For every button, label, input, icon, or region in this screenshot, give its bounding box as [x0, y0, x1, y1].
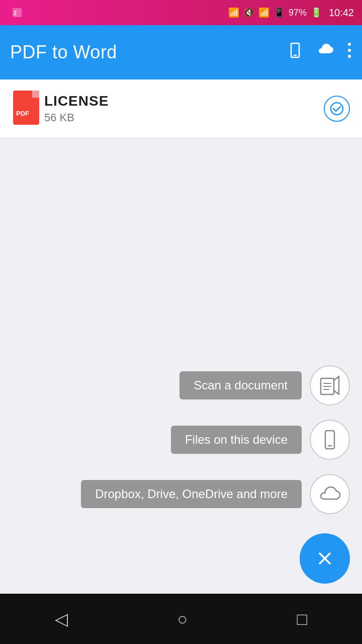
svg-text:PDF: PDF — [16, 110, 29, 117]
home-button[interactable]: ○ — [177, 609, 188, 629]
app-title: PDF to Word — [10, 42, 287, 63]
status-bar: Z 📶 🔇 📶 📱 97% 🔋 10:42 — [0, 0, 362, 25]
file-item[interactable]: PDF LICENSE 56 KB — [0, 79, 362, 138]
wifi-icon: 📶 — [258, 7, 269, 18]
device-files-label[interactable]: Files on this device — [171, 426, 302, 454]
more-options-icon[interactable] — [347, 42, 352, 63]
app-bar-actions — [287, 42, 352, 63]
svg-point-5 — [348, 49, 351, 52]
sim-icon: 📱 — [274, 7, 285, 18]
device-files-fab-button[interactable] — [310, 420, 350, 460]
file-check-button[interactable] — [324, 96, 350, 122]
bluetooth-icon: 📶 — [228, 7, 239, 18]
svg-rect-8 — [32, 91, 39, 98]
scan-fab-button[interactable] — [310, 365, 350, 406]
svg-point-4 — [348, 43, 351, 46]
battery-percent: 97% — [289, 8, 307, 18]
device-files-action-row: Files on this device — [171, 420, 350, 460]
app-bar: PDF to Word — [0, 25, 362, 79]
scan-action-row: Scan a document — [179, 365, 350, 406]
cloud-services-fab-button[interactable] — [310, 474, 350, 514]
back-button[interactable]: ◁ — [55, 609, 68, 629]
close-fab-button[interactable] — [300, 533, 350, 584]
scan-label[interactable]: Scan a document — [179, 371, 302, 399]
cloud-services-label[interactable]: Dropbox, Drive, OneDrive and more — [81, 480, 302, 508]
file-size: 56 KB — [44, 111, 324, 124]
mute-icon: 🔇 — [243, 7, 254, 18]
cloud-upload-icon[interactable] — [316, 42, 335, 63]
svg-point-6 — [348, 55, 351, 58]
status-time: 10:42 — [329, 7, 354, 19]
recents-button[interactable]: □ — [297, 609, 308, 629]
svg-text:Z: Z — [14, 11, 17, 16]
battery-icon: 🔋 — [311, 7, 322, 18]
fab-action-menu: Scan a document Files on this device — [81, 365, 350, 584]
status-bar-right: 📶 🔇 📶 📱 97% 🔋 10:42 — [228, 7, 354, 19]
content-area: PDF LICENSE 56 KB Scan a document — [0, 79, 362, 594]
nav-bar: ◁ ○ □ — [0, 594, 362, 644]
device-icon[interactable] — [287, 42, 304, 63]
pdf-file-icon: PDF — [12, 90, 44, 128]
file-name: LICENSE — [44, 93, 324, 109]
app-status-icon: Z — [8, 4, 26, 22]
cloud-services-action-row: Dropbox, Drive, OneDrive and more — [81, 474, 350, 514]
svg-point-10 — [331, 103, 343, 115]
file-info: LICENSE 56 KB — [44, 93, 324, 124]
